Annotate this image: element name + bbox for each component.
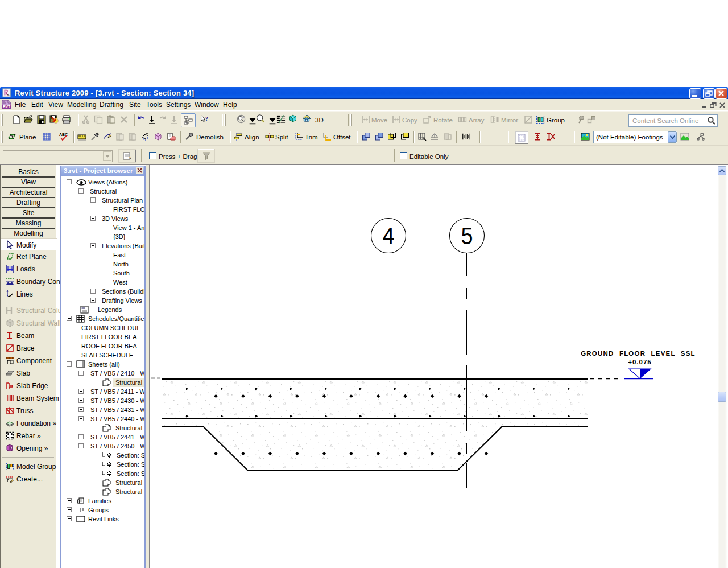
svg-text:4: 4 bbox=[383, 223, 395, 249]
svg-text:RVT: RVT bbox=[3, 105, 10, 109]
svg-text:?: ? bbox=[205, 116, 208, 122]
svg-text:5: 5 bbox=[461, 223, 473, 249]
svg-text:+0.075: +0.075 bbox=[628, 359, 652, 365]
svg-text:s: s bbox=[7, 93, 9, 97]
svg-text:GROUND FLOOR LEVEL SSL: GROUND FLOOR LEVEL SSL bbox=[581, 350, 696, 357]
